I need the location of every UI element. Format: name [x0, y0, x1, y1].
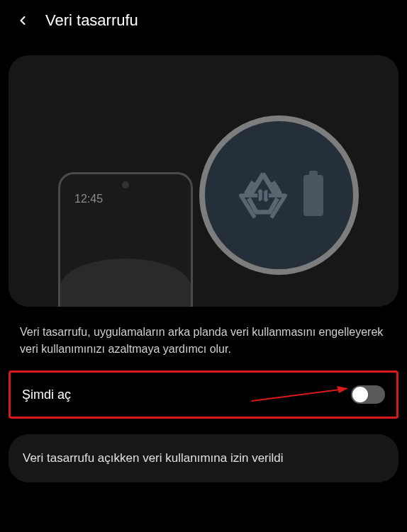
phone-notch [122, 181, 129, 188]
data-saver-recycle-icon [235, 168, 291, 223]
enable-now-label: Şimdi aç [22, 387, 71, 402]
toggle-knob [352, 387, 368, 402]
phone-wallpaper-wave [60, 259, 191, 307]
allowlist-label: Veri tasarrufu açıkken veri kullanımına … [23, 451, 384, 465]
svg-marker-3 [337, 386, 348, 393]
allowlist-row[interactable]: Veri tasarrufu açıkken veri kullanımına … [9, 434, 398, 482]
enable-now-toggle[interactable] [351, 385, 385, 404]
annotation-arrow-icon [249, 385, 348, 404]
battery-icon [303, 175, 323, 216]
back-icon[interactable] [14, 12, 31, 29]
svg-line-2 [252, 390, 340, 401]
feature-description: Veri tasarrufu, uygulamaların arka pland… [0, 307, 407, 370]
header: Veri tasarrufu [0, 0, 407, 41]
page-title: Veri tasarrufu [45, 11, 138, 30]
illustration-card: 12:45 [9, 55, 398, 307]
phone-mockup: 12:45 [58, 172, 193, 307]
magnifier-zoom [199, 115, 359, 275]
phone-time: 12:45 [74, 193, 103, 205]
enable-now-row[interactable]: Şimdi aç [9, 370, 398, 419]
